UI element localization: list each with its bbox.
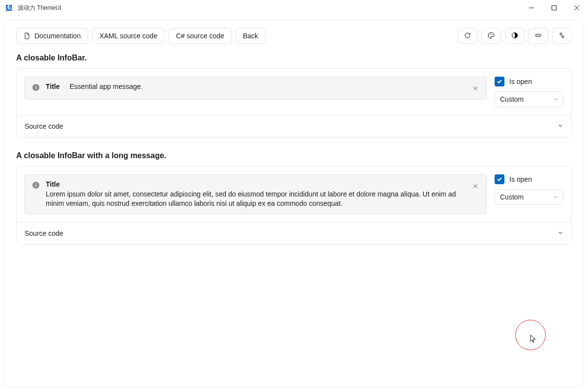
chevron-down-icon: [553, 95, 558, 103]
document-icon: [24, 32, 30, 39]
severity-combobox[interactable]: Custom: [495, 189, 563, 205]
checkbox-checked-icon: [495, 77, 504, 86]
window-title: 源动力 ThemeUI: [18, 4, 61, 12]
info-icon: [32, 84, 40, 91]
close-icon: [473, 183, 478, 190]
svg-rect-8: [35, 87, 36, 89]
close-icon: [473, 85, 478, 92]
infobar-text: Title Lorem ipsum dolor sit amet, consec…: [46, 180, 464, 209]
infobar-message: Essential app message.: [70, 82, 143, 92]
infobar: Title Essential app message.: [25, 77, 487, 100]
infobar: Title Lorem ipsum dolor sit amet, consec…: [25, 174, 487, 214]
controls-column: Is open Custom: [495, 77, 563, 107]
palette-icon: [488, 32, 495, 40]
infobar-title: Title: [46, 180, 459, 190]
content-frame: Documentation XAML source code C# source…: [4, 20, 584, 387]
infobar-close-button[interactable]: [470, 180, 481, 192]
is-open-checkbox[interactable]: Is open: [495, 77, 563, 86]
info-icon: [32, 181, 40, 189]
infobar-title: Title: [46, 82, 60, 92]
documentation-button[interactable]: Documentation: [16, 28, 88, 44]
section-heading: A closable InfoBar.: [16, 54, 572, 62]
settings-icon: [559, 32, 565, 40]
link-button[interactable]: [529, 28, 548, 44]
example-body: Title Lorem ipsum dolor sit amet, consec…: [17, 167, 571, 222]
csharp-source-label: C# source code: [176, 32, 224, 40]
xaml-source-label: XAML source code: [99, 32, 157, 40]
theme-toggle-button[interactable]: [505, 28, 525, 44]
infobar-close-button[interactable]: [470, 83, 481, 94]
window-controls: [520, 0, 588, 16]
example-card: Title Essential app message. Is open: [16, 68, 572, 138]
contrast-icon: [511, 32, 518, 40]
source-code-expander[interactable]: Source code: [17, 115, 571, 137]
svg-rect-0: [552, 6, 557, 10]
severity-combobox[interactable]: Custom: [495, 91, 563, 107]
infobar-message: Lorem ipsum dolor sit amet, consectetur …: [46, 190, 464, 209]
infobar-text: Title Essential app message.: [46, 82, 464, 92]
link-icon: [535, 32, 542, 40]
chevron-down-icon: [553, 193, 558, 201]
is-open-checkbox[interactable]: Is open: [495, 174, 563, 184]
app-icon: [5, 4, 13, 12]
back-button[interactable]: Back: [235, 28, 265, 44]
svg-point-1: [489, 34, 490, 35]
example-body: Title Essential app message. Is open: [17, 69, 571, 115]
source-code-label: Source code: [25, 229, 63, 237]
settings-button[interactable]: [552, 28, 572, 44]
csharp-source-button[interactable]: C# source code: [169, 28, 232, 44]
example-card: Title Lorem ipsum dolor sit amet, consec…: [16, 166, 572, 245]
combobox-value: Custom: [500, 193, 524, 201]
refresh-button[interactable]: [458, 28, 477, 44]
chevron-down-icon: [558, 122, 563, 130]
source-code-expander[interactable]: Source code: [17, 222, 571, 244]
svg-rect-11: [35, 185, 36, 187]
titlebar: 源动力 ThemeUI: [0, 0, 588, 16]
svg-point-5: [560, 33, 562, 35]
svg-point-3: [492, 34, 492, 34]
is-open-label: Is open: [509, 175, 532, 183]
combobox-value: Custom: [500, 95, 524, 103]
refresh-icon: [464, 32, 471, 40]
controls-column: Is open Custom: [495, 174, 563, 205]
toolbar-right: [458, 28, 572, 44]
svg-point-9: [35, 85, 36, 86]
section-heading: A closable InfoBar with a long message.: [16, 151, 572, 160]
checkbox-checked-icon: [495, 174, 504, 184]
close-window-button[interactable]: [565, 0, 588, 16]
documentation-label: Documentation: [34, 32, 81, 40]
palette-button[interactable]: [481, 28, 501, 44]
back-label: Back: [243, 32, 258, 40]
toolbar: Documentation XAML source code C# source…: [16, 28, 572, 44]
xaml-source-button[interactable]: XAML source code: [92, 28, 165, 44]
svg-point-12: [35, 183, 36, 184]
svg-point-2: [490, 33, 491, 34]
minimize-button[interactable]: [520, 0, 543, 16]
source-code-label: Source code: [25, 122, 63, 130]
maximize-button[interactable]: [543, 0, 565, 16]
is-open-label: Is open: [509, 78, 532, 85]
chevron-down-icon: [558, 229, 563, 237]
